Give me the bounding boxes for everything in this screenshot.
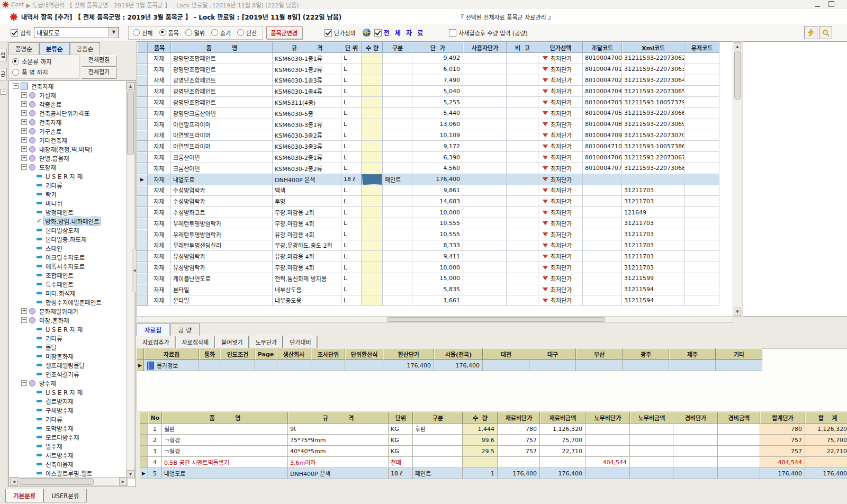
table-row[interactable]: 자재수성방염락카투명L14,683최저단가31211703 (137, 196, 733, 207)
scroll-up-icon[interactable]: ▲ (127, 82, 134, 90)
cell[interactable]: 내부상도용 (273, 284, 341, 295)
cell[interactable] (276, 360, 311, 371)
tree-item[interactable]: 조합페인트 (10, 271, 126, 280)
cell[interactable]: 31211593-22073065 (622, 86, 684, 97)
price-dropdown-triangle-icon[interactable] (543, 101, 548, 104)
cell[interactable]: 31211593-22073070 (622, 130, 684, 141)
cell[interactable] (805, 457, 847, 468)
price-dropdown-triangle-icon[interactable] (543, 78, 548, 82)
tree-horizontal-scrollbar[interactable]: ◀ ▶ (10, 477, 128, 486)
table-row[interactable]: ▶5내열도료DNH400P 은색18 ℓ페인트1176,400176,40017… (140, 468, 847, 479)
column-header[interactable]: 조사단위 (311, 348, 345, 360)
cell[interactable]: 10,109 (412, 130, 463, 141)
cell[interactable]: 99.6 (463, 435, 498, 446)
cell[interactable]: 최저단가 (538, 273, 583, 284)
tree-item[interactable]: 바니쉬 (10, 199, 126, 208)
column-header[interactable]: 노무비금액 (630, 412, 673, 424)
cell[interactable]: 31211703 (622, 262, 684, 273)
cell[interactable] (463, 218, 507, 229)
cell[interactable]: 80100047081 (583, 119, 622, 130)
cell[interactable]: 무광.마감용 4회 (273, 218, 341, 229)
cell[interactable]: 31211703 (622, 240, 684, 251)
cell[interactable] (362, 240, 383, 251)
column-header[interactable]: 품 명 (162, 412, 288, 424)
cell[interactable] (255, 360, 276, 371)
cell[interactable]: 자재 (148, 262, 171, 273)
cell[interactable]: 광명단크롬산아연 (171, 108, 273, 119)
tree-expander-minus-icon[interactable]: − (21, 317, 27, 323)
cell[interactable]: 31211593-22073068 (622, 163, 684, 174)
cell[interactable] (463, 174, 507, 185)
cell[interactable]: 1,661 (412, 295, 463, 307)
cell[interactable] (507, 64, 538, 75)
cell[interactable]: 자재 (148, 141, 171, 152)
cell[interactable]: 18 ℓ (389, 468, 413, 479)
column-header[interactable]: 경비단가 (673, 412, 718, 424)
cell[interactable] (483, 360, 529, 371)
cell[interactable]: 9,861 (412, 185, 463, 196)
cell[interactable]: 수성방화코트 (171, 207, 273, 218)
cell[interactable]: ㄱ형강 (162, 446, 288, 457)
cell[interactable]: 404,544 (760, 457, 805, 468)
cell[interactable] (362, 295, 383, 307)
cell[interactable]: 1,126,320 (540, 424, 585, 435)
cell[interactable]: 무광,유광하도,중도 2회 (273, 240, 341, 251)
row-marker[interactable] (140, 457, 148, 468)
cell[interactable] (463, 64, 507, 75)
search-tool-button[interactable] (819, 26, 832, 39)
column-header[interactable]: Xml코드 (622, 42, 684, 53)
cell[interactable] (463, 53, 507, 64)
cell[interactable] (684, 53, 719, 64)
cell[interactable]: DNH400P 은색 (288, 468, 389, 479)
cell[interactable]: 9,411 (412, 251, 463, 262)
tree-item[interactable]: +단열.흡음재 (10, 154, 126, 163)
cell[interactable]: 내부중도용 (273, 295, 341, 307)
price-dropdown-triangle-icon[interactable] (543, 156, 548, 159)
cell[interactable] (463, 196, 507, 207)
tree-expander-plus-icon[interactable]: + (21, 128, 27, 134)
cell[interactable]: 광명단조합페인트 (171, 75, 273, 86)
column-header[interactable]: 대전 (483, 348, 529, 360)
tree-item[interactable]: 발수재 (10, 442, 126, 451)
cell[interactable]: 자재 (148, 163, 171, 174)
cell[interactable] (413, 457, 463, 468)
cell[interactable] (463, 97, 507, 108)
price-dropdown-triangle-icon[interactable] (543, 266, 548, 269)
column-header[interactable]: 서울(전국) (434, 348, 483, 360)
cell[interactable]: 수성방염락카 (171, 185, 273, 196)
cell[interactable]: 자재 (148, 284, 171, 295)
cell[interactable]: L (341, 141, 362, 152)
cell[interactable]: 31211593-22073066 (622, 108, 684, 119)
column-header[interactable]: 자료집 (144, 348, 199, 360)
cell[interactable]: 본타일 (171, 284, 273, 295)
tree-item[interactable]: −건축자재 (10, 82, 126, 91)
cell[interactable]: 자재 (148, 53, 171, 64)
cell[interactable] (463, 75, 507, 86)
cell[interactable]: DNH400P 은색 (273, 174, 341, 185)
cell[interactable]: 31211703 (622, 196, 684, 207)
cell[interactable] (463, 185, 507, 196)
cell[interactable]: 최저단가 (538, 229, 583, 240)
cell[interactable]: 31211593-22073064 (622, 75, 684, 86)
cell[interactable]: 천매 (389, 457, 413, 468)
tree-expander-plus-icon[interactable]: + (21, 110, 27, 116)
column-header[interactable]: 경비금액 (718, 412, 760, 424)
cell[interactable] (583, 207, 622, 218)
scroll-right-icon[interactable]: ▶ (119, 478, 127, 485)
cell[interactable]: 4,560 (412, 163, 463, 174)
cell[interactable]: 유성방염락카 (171, 262, 273, 273)
scroll-down-icon[interactable]: ▼ (127, 470, 134, 478)
cell[interactable] (507, 240, 538, 251)
cell[interactable] (362, 64, 383, 75)
cell[interactable] (684, 240, 719, 251)
table-row[interactable]: 1철판9tKG후판1,4447801,126,3207801,126,320 (140, 424, 847, 435)
cell[interactable]: 아연말프라이머 (171, 141, 273, 152)
cell[interactable]: 15,000 (412, 273, 463, 284)
tree-expander-plus-icon[interactable]: + (21, 137, 27, 143)
price-dropdown-triangle-icon[interactable] (543, 299, 548, 302)
cell[interactable] (463, 141, 507, 152)
cell[interactable]: 80100047001 (583, 53, 622, 64)
price-dropdown-triangle-icon[interactable] (543, 122, 548, 126)
search-dropdown-icon[interactable]: ▼ (109, 28, 118, 37)
cell[interactable]: 2 (148, 435, 162, 446)
